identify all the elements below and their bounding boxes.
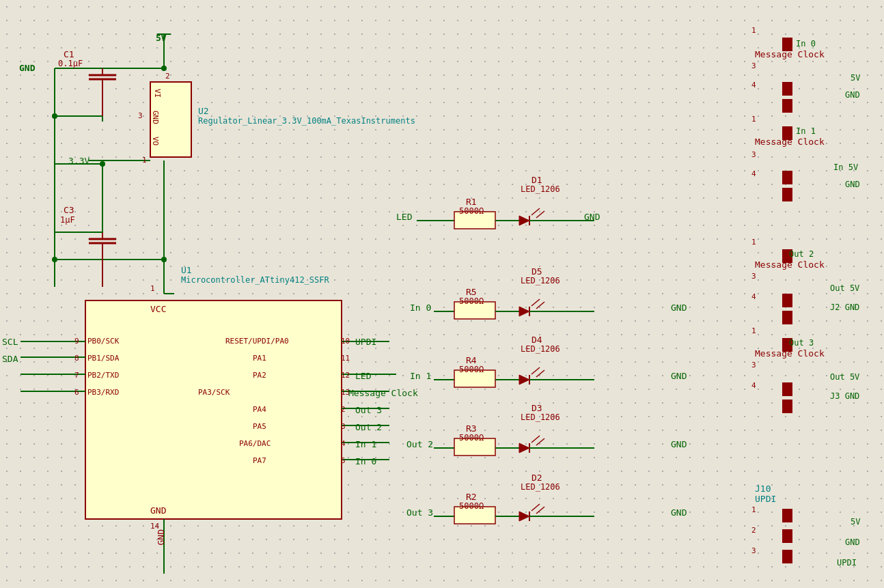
gnd-d5: GND bbox=[671, 303, 687, 313]
d4-value: LED_1206 bbox=[521, 344, 560, 354]
j10-5v: 5V bbox=[851, 517, 860, 527]
u1-desc: Microcontroller_ATtiny412_SSFR bbox=[181, 275, 329, 285]
u1-rpin3: 3 bbox=[341, 422, 346, 431]
svg-line-76 bbox=[536, 370, 544, 377]
j-in0-pin4: 4 bbox=[751, 81, 756, 89]
svg-line-81 bbox=[536, 438, 544, 445]
u1-pb2: PB2/TXD bbox=[87, 371, 119, 380]
svg-rect-107 bbox=[782, 550, 792, 563]
d3-label: D3 bbox=[531, 403, 542, 413]
j-in0-5v: 5V bbox=[851, 73, 860, 83]
j10-pin3: 3 bbox=[751, 546, 756, 555]
d1-value: LED_1206 bbox=[521, 184, 560, 194]
j-in0-msgclk: Message Clock bbox=[755, 49, 825, 59]
schematic-canvas: C1 0.1µF 5V VI GND VO U2 Regulator_Linea… bbox=[0, 0, 884, 588]
svg-rect-105 bbox=[782, 509, 792, 522]
r5-label: R5 bbox=[466, 287, 477, 297]
j-in1-gnd: GND bbox=[845, 180, 860, 189]
3v3-label: 3.3V bbox=[68, 156, 89, 166]
msgclk-net-label: Message Clock bbox=[348, 388, 418, 398]
svg-rect-97 bbox=[782, 171, 792, 184]
r5-value: 5000Ω bbox=[459, 296, 484, 306]
svg-rect-100 bbox=[782, 294, 792, 307]
r2-label: R2 bbox=[466, 492, 477, 502]
u1-pin6: 6 bbox=[74, 388, 79, 397]
u1-pin9: 9 bbox=[74, 337, 79, 346]
d1-label: D1 bbox=[531, 175, 542, 185]
u1-rpin12: 12 bbox=[341, 371, 350, 380]
svg-line-85 bbox=[531, 504, 540, 511]
u1-pin1: 1 bbox=[150, 284, 155, 293]
u1-pa1: PA1 bbox=[253, 354, 266, 363]
j-in1-msgclk: Message Clock bbox=[755, 137, 825, 147]
d3-value: LED_1206 bbox=[521, 412, 560, 422]
scl-label: SCL bbox=[2, 337, 18, 347]
j-in0-title: 1 bbox=[751, 26, 756, 35]
u1-gnd-label: GND bbox=[150, 505, 166, 516]
gnd-d3: GND bbox=[671, 439, 687, 449]
svg-line-70 bbox=[531, 299, 540, 306]
svg-marker-67 bbox=[519, 307, 529, 316]
c1-value: 0.1µF bbox=[58, 59, 83, 68]
u1-rpin2: 2 bbox=[341, 405, 346, 414]
d4-label: D4 bbox=[531, 335, 542, 345]
u1-pa5: PA5 bbox=[253, 422, 266, 431]
u2-vo-label: VO bbox=[151, 137, 160, 145]
u1-pb1: PB1/SDA bbox=[87, 354, 119, 363]
u1-rpin10: 10 bbox=[341, 337, 350, 346]
u1-vcc-label: VCC bbox=[150, 304, 166, 314]
svg-point-90 bbox=[52, 257, 57, 262]
out3-net-label: Out 3 bbox=[355, 405, 382, 415]
svg-line-71 bbox=[536, 302, 544, 309]
u2-pin1: 1 bbox=[142, 156, 147, 165]
svg-line-66 bbox=[536, 211, 544, 218]
svg-marker-72 bbox=[519, 375, 529, 384]
j-out3-msgclk: Message Clock bbox=[755, 348, 825, 359]
svg-rect-104 bbox=[782, 400, 792, 413]
r3-value: 5000Ω bbox=[459, 433, 484, 443]
u1-pb0: PB0/SCK bbox=[87, 337, 119, 346]
svg-point-92 bbox=[161, 257, 167, 262]
j-out3-pin4: 4 bbox=[751, 381, 756, 390]
j-out2-j2gnd: J2 GND bbox=[830, 303, 859, 312]
j-in1-pin4: 4 bbox=[751, 169, 756, 178]
j10-label: J10 bbox=[755, 484, 771, 494]
u1-pa0: RESET/UPDI/PA0 bbox=[225, 337, 289, 346]
svg-rect-103 bbox=[782, 382, 792, 396]
u1-pa4: PA4 bbox=[253, 405, 266, 414]
u1-pa3: PA3/SCK bbox=[198, 388, 230, 397]
svg-point-91 bbox=[100, 161, 105, 167]
svg-rect-101 bbox=[782, 311, 792, 324]
j-in1-pin3: 3 bbox=[751, 150, 756, 159]
c1-label: C1 bbox=[64, 49, 74, 59]
svg-rect-94 bbox=[782, 82, 792, 96]
u2-vi-label: VI bbox=[153, 89, 162, 98]
j-out3-pin1: 1 bbox=[751, 326, 756, 335]
j-out2-pin3: 3 bbox=[751, 272, 756, 281]
d5-label: D5 bbox=[531, 266, 542, 277]
j-out3-net1: Out 3 bbox=[789, 338, 814, 348]
in0-src-label: In 0 bbox=[410, 303, 431, 313]
j-out2-msgclk: Message Clock bbox=[755, 260, 825, 270]
5v-label-top: 5V bbox=[156, 33, 167, 43]
r1-value: 5000Ω bbox=[459, 206, 484, 216]
j10-updi-net: UPDI bbox=[837, 558, 857, 568]
svg-marker-77 bbox=[519, 443, 529, 453]
j-out2-pin4: 4 bbox=[751, 292, 756, 301]
in1-net-label: In 1 bbox=[355, 439, 376, 449]
r2-value: 5000Ω bbox=[459, 501, 484, 511]
j-out3-j3gnd: J3 GND bbox=[830, 391, 859, 401]
j10-gnd: GND bbox=[845, 537, 860, 547]
j-in0-pin3: 3 bbox=[751, 61, 756, 70]
u1-pin8: 8 bbox=[74, 354, 79, 363]
u2-pin3: 3 bbox=[138, 111, 143, 120]
gnd-d4: GND bbox=[671, 371, 687, 381]
u1-rpin5: 5 bbox=[341, 456, 346, 465]
out2-net-label: Out 2 bbox=[355, 422, 382, 432]
r3-label: R3 bbox=[466, 423, 477, 434]
j-in1-net1: In 1 bbox=[796, 126, 816, 136]
u1-rpin11: 11 bbox=[341, 354, 350, 363]
j-out3-pin3: 3 bbox=[751, 361, 756, 369]
r1-label: R1 bbox=[466, 197, 477, 207]
svg-line-86 bbox=[536, 507, 544, 514]
